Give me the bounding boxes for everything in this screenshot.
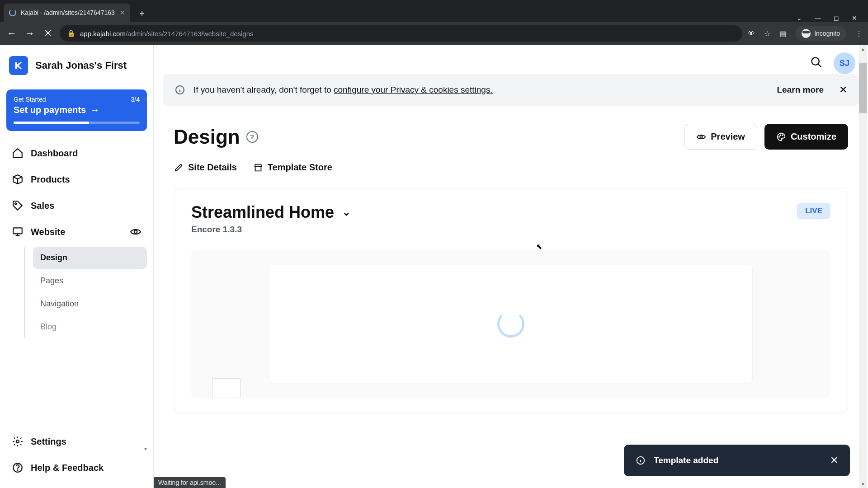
- sidebar: Sarah Jonas's First Get Started 3/4 Set …: [0, 45, 154, 488]
- kajabi-logo-icon[interactable]: [9, 56, 28, 75]
- nav-forward-icon[interactable]: →: [24, 28, 36, 39]
- pencil-icon: [174, 163, 184, 173]
- preview-label: Preview: [711, 131, 745, 142]
- store-icon: [253, 163, 263, 173]
- user-avatar[interactable]: SJ: [834, 52, 855, 74]
- template-store-link[interactable]: Template Store: [253, 162, 332, 173]
- svg-point-8: [700, 136, 703, 138]
- svg-point-6: [812, 58, 819, 65]
- box-icon: [12, 174, 24, 185]
- preview-button[interactable]: Preview: [684, 124, 757, 150]
- scroll-up-arrow-icon[interactable]: ▴: [144, 95, 151, 101]
- svg-point-2: [134, 230, 137, 234]
- lock-icon: 🔒: [67, 29, 75, 38]
- incognito-icon: [802, 29, 811, 38]
- browser-menu-icon[interactable]: ⋮: [855, 29, 863, 38]
- nav-stop-icon[interactable]: ✕: [42, 28, 54, 39]
- nav-dashboard-label: Dashboard: [31, 148, 78, 159]
- theme-card: Streamlined Home ⌄ Encore 1.3.3 LIVE: [174, 188, 848, 413]
- chevron-down-icon[interactable]: ⌄: [342, 206, 350, 218]
- nav-sales[interactable]: Sales: [6, 192, 147, 219]
- search-icon: [810, 56, 823, 69]
- nav-products-label: Products: [31, 174, 70, 185]
- thumbnail-placeholder[interactable]: [212, 378, 241, 398]
- status-text: Waiting for api.smoo...: [158, 479, 221, 486]
- home-icon: [12, 147, 24, 159]
- template-store-label: Template Store: [268, 162, 332, 173]
- gs-title: Get Started: [14, 96, 46, 103]
- url-domain: app.kajabi.com: [80, 30, 126, 38]
- page-title: Design: [174, 126, 240, 148]
- preview-frame: [269, 265, 752, 383]
- nav-help[interactable]: Help & Feedback: [6, 455, 147, 481]
- palette-icon: [776, 132, 786, 142]
- nav-products[interactable]: Products: [6, 166, 147, 192]
- nav-settings[interactable]: Settings: [6, 428, 147, 455]
- scroll-thumb[interactable]: [859, 63, 867, 113]
- subnav-navigation[interactable]: Navigation: [33, 293, 147, 315]
- subnav-design[interactable]: Design: [33, 247, 147, 269]
- page-scrollbar[interactable]: ▴ ▾: [859, 45, 867, 488]
- toast-close-icon[interactable]: ✕: [830, 455, 838, 466]
- bookmark-star-icon[interactable]: ☆: [764, 29, 770, 38]
- scroll-up-arrow-icon[interactable]: ▴: [859, 46, 867, 52]
- incognito-badge[interactable]: Incognito: [795, 26, 846, 41]
- svg-point-9: [778, 136, 779, 137]
- customize-button[interactable]: Customize: [764, 124, 848, 150]
- nav-settings-label: Settings: [31, 436, 66, 447]
- nav-sales-label: Sales: [31, 201, 54, 211]
- browser-tab[interactable]: Kajabi - /admin/sites/2147647163 ×: [4, 4, 130, 22]
- nav-back-icon[interactable]: ←: [5, 28, 18, 39]
- window-minimize-icon[interactable]: —: [815, 14, 821, 22]
- avatar-initials: SJ: [840, 59, 849, 68]
- gs-progress-text: 3/4: [131, 96, 140, 103]
- page-help-icon[interactable]: ?: [246, 131, 258, 143]
- window-maximize-icon[interactable]: ◻: [834, 14, 839, 22]
- banner-text-prefix: If you haven't already, don't forget to: [193, 85, 334, 94]
- tag-icon: [12, 200, 24, 211]
- reading-list-icon[interactable]: ▤: [779, 29, 786, 38]
- nav-dashboard[interactable]: Dashboard: [6, 140, 147, 166]
- eye-icon[interactable]: [130, 226, 142, 238]
- search-button[interactable]: [810, 56, 823, 70]
- svg-point-5: [17, 470, 18, 470]
- tracking-blocked-icon[interactable]: 👁: [748, 29, 755, 38]
- nav-website-label: Website: [31, 227, 65, 237]
- incognito-label: Incognito: [814, 30, 840, 37]
- new-tab-button[interactable]: +: [134, 5, 150, 22]
- tab-close-icon[interactable]: ×: [120, 8, 125, 18]
- main-content: SJ If you haven't already, don't forget …: [154, 45, 868, 488]
- site-name: Sarah Jonas's First: [35, 60, 127, 71]
- live-badge: LIVE: [797, 203, 830, 219]
- address-bar[interactable]: 🔒 app.kajabi.com/admin/sites/2147647163/…: [60, 25, 742, 42]
- site-details-link[interactable]: Site Details: [174, 162, 237, 173]
- nav-website[interactable]: Website: [6, 219, 147, 245]
- svg-point-0: [15, 203, 16, 204]
- get-started-card[interactable]: Get Started 3/4 Set up payments →: [6, 89, 147, 131]
- scroll-down-arrow-icon[interactable]: ▾: [859, 481, 867, 487]
- svg-point-10: [780, 135, 781, 136]
- banner-close-icon[interactable]: ✕: [839, 84, 847, 96]
- tab-title: Kajabi - /admin/sites/2147647163: [21, 9, 115, 16]
- toast-notification: Template added ✕: [624, 445, 850, 476]
- subnav-blog[interactable]: Blog: [33, 316, 147, 338]
- site-details-label: Site Details: [188, 162, 237, 173]
- browser-status-bar: Waiting for api.smoo...: [154, 477, 226, 488]
- theme-preview-area: [191, 250, 830, 398]
- tab-search-chevron-icon[interactable]: ⌄: [797, 14, 802, 22]
- banner-learn-more[interactable]: Learn more: [777, 85, 824, 95]
- scroll-down-arrow-icon[interactable]: ▾: [144, 446, 151, 452]
- monitor-icon: [12, 226, 24, 238]
- eye-icon: [696, 132, 706, 142]
- customize-label: Customize: [791, 131, 836, 142]
- theme-version: Encore 1.3.3: [191, 225, 350, 235]
- window-close-icon[interactable]: ✕: [852, 14, 857, 22]
- arrow-right-icon: →: [90, 105, 99, 115]
- subnav-pages[interactable]: Pages: [33, 270, 147, 292]
- sidebar-scrollbar[interactable]: ▴ ▾: [144, 95, 151, 452]
- banner-link[interactable]: configure your Privacy & cookies setting…: [334, 85, 493, 94]
- svg-point-3: [16, 440, 19, 443]
- help-circle-icon: [12, 462, 24, 474]
- info-icon: [636, 455, 646, 465]
- nav-help-label: Help & Feedback: [31, 463, 104, 473]
